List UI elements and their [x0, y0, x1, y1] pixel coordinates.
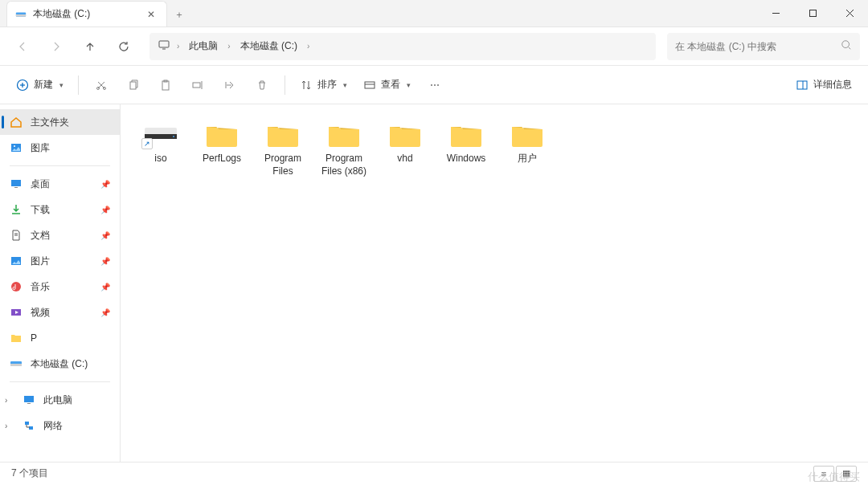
- chevron-down-icon: ▾: [343, 81, 347, 89]
- network-icon: [23, 419, 35, 432]
- drive-icon: [10, 357, 23, 370]
- downloads-icon: [10, 203, 23, 216]
- new-label: 新建: [34, 78, 53, 92]
- file-item[interactable]: Program Files: [256, 117, 310, 181]
- sidebar-label: 下载: [31, 203, 50, 217]
- back-button[interactable]: [8, 34, 37, 59]
- svg-rect-18: [193, 83, 200, 88]
- sidebar-label: 主文件夹: [31, 116, 69, 129]
- monitor-icon: [23, 393, 35, 406]
- window-controls: [757, 0, 868, 26]
- svg-line-9: [849, 47, 851, 50]
- pin-icon: 📌: [100, 231, 110, 240]
- file-list[interactable]: ↗isoPerfLogsProgram FilesProgram Files (…: [121, 104, 868, 462]
- chevron-right-icon[interactable]: ›: [5, 396, 14, 405]
- sidebar-label: 音乐: [31, 280, 50, 294]
- file-label: PerfLogs: [203, 153, 241, 165]
- cut-button[interactable]: [87, 71, 116, 99]
- new-tab-button[interactable]: ＋: [167, 2, 191, 26]
- sidebar-item-local-disk[interactable]: 本地磁盘 (C:): [0, 351, 120, 377]
- sidebar-item-desktop[interactable]: 桌面 📌: [0, 171, 120, 197]
- chevron-right-icon: ›: [224, 42, 233, 51]
- sidebar-item-p-folder[interactable]: P: [0, 325, 120, 351]
- share-button[interactable]: [215, 71, 244, 99]
- sidebar-item-downloads[interactable]: 下载 📌: [0, 197, 120, 222]
- sidebar-item-documents[interactable]: 文档 📌: [0, 222, 120, 248]
- file-item[interactable]: ↗iso: [133, 117, 188, 181]
- more-button[interactable]: ⋯: [420, 71, 449, 99]
- file-label: Program Files (x86): [320, 153, 368, 177]
- monitor-icon: [158, 39, 170, 54]
- file-item[interactable]: 用户: [500, 117, 555, 181]
- maximize-button[interactable]: [794, 0, 831, 26]
- minimize-button[interactable]: [757, 0, 794, 26]
- sort-label: 排序: [317, 78, 337, 92]
- sidebar-separator: [10, 381, 110, 382]
- navigation-pane: 主文件夹 图库 桌面 📌 下载 📌 文档 📌 图片 📌 音: [0, 104, 121, 462]
- search-icon: [841, 39, 852, 53]
- svg-rect-15: [130, 82, 136, 89]
- sort-button[interactable]: 排序 ▾: [293, 71, 354, 99]
- pictures-icon: [10, 255, 23, 267]
- paste-button[interactable]: [151, 71, 180, 99]
- view-button[interactable]: 查看 ▾: [357, 71, 417, 99]
- svg-rect-22: [797, 81, 807, 89]
- close-button[interactable]: [831, 0, 868, 26]
- tab-close-button[interactable]: ✕: [144, 7, 158, 22]
- svg-rect-20: [365, 82, 375, 88]
- tab-title: 本地磁盘 (C:): [33, 7, 90, 21]
- svg-rect-27: [14, 187, 18, 188]
- sidebar-item-pictures[interactable]: 图片 📌: [0, 248, 120, 274]
- search-input[interactable]: [675, 41, 841, 52]
- sidebar-item-videos[interactable]: 视频 📌: [0, 300, 120, 325]
- desktop-icon: [10, 177, 23, 190]
- watermark: 什么值得买: [808, 470, 860, 484]
- folder-icon: [204, 120, 240, 149]
- sidebar-label: 视频: [31, 306, 50, 320]
- sidebar-separator: [10, 165, 110, 166]
- status-bar: 7 个项目 ≡ ▦: [0, 462, 868, 484]
- rename-button[interactable]: [183, 71, 212, 99]
- folder-icon: [10, 332, 23, 344]
- sidebar-item-network[interactable]: › 网络: [0, 413, 120, 438]
- svg-rect-26: [11, 180, 21, 186]
- chevron-right-icon[interactable]: ›: [5, 422, 14, 430]
- drive-shortcut-icon: ↗: [143, 120, 178, 149]
- file-item[interactable]: Windows: [439, 117, 493, 181]
- svg-rect-3: [809, 10, 816, 16]
- forward-button[interactable]: [42, 34, 71, 59]
- file-label: Windows: [447, 153, 486, 165]
- folder-icon: [265, 120, 301, 149]
- navigation-bar: › 此电脑 › 本地磁盘 (C:) ›: [0, 27, 868, 66]
- file-item[interactable]: Program Files (x86): [317, 117, 371, 181]
- window-tab[interactable]: 本地磁盘 (C:) ✕: [6, 1, 167, 26]
- delete-button[interactable]: [248, 71, 276, 99]
- chevron-right-icon: ›: [174, 42, 182, 51]
- sidebar-item-music[interactable]: 音乐 📌: [0, 274, 120, 300]
- new-button[interactable]: 新建 ▾: [10, 71, 70, 99]
- sidebar-label: P: [31, 332, 37, 344]
- refresh-button[interactable]: [109, 34, 138, 59]
- sidebar-item-this-pc[interactable]: › 此电脑: [0, 387, 120, 413]
- address-bar[interactable]: › 此电脑 › 本地磁盘 (C:) ›: [149, 33, 656, 60]
- file-item[interactable]: PerfLogs: [194, 117, 249, 181]
- sidebar-label: 桌面: [31, 177, 50, 191]
- svg-rect-34: [10, 364, 22, 366]
- pin-icon: 📌: [100, 257, 110, 266]
- breadcrumb-this-pc[interactable]: 此电脑: [186, 38, 221, 55]
- sidebar-item-gallery[interactable]: 图库: [0, 135, 120, 161]
- folder-icon: [448, 120, 484, 149]
- breadcrumb-local-disk[interactable]: 本地磁盘 (C:): [237, 38, 301, 55]
- command-bar: 新建 ▾ 排序 ▾ 查看 ▾ ⋯ 详细信息: [0, 66, 868, 104]
- view-label: 查看: [381, 78, 400, 92]
- search-box[interactable]: [667, 33, 860, 60]
- details-pane-button[interactable]: 详细信息: [789, 71, 858, 99]
- sidebar-item-home[interactable]: 主文件夹: [0, 109, 120, 135]
- chevron-down-icon: ▾: [59, 81, 63, 89]
- file-item[interactable]: vhd: [378, 117, 432, 181]
- copy-button[interactable]: [119, 71, 148, 99]
- up-button[interactable]: [76, 34, 104, 59]
- divider: [285, 75, 285, 95]
- file-label: iso: [154, 153, 166, 165]
- svg-rect-6: [159, 41, 169, 47]
